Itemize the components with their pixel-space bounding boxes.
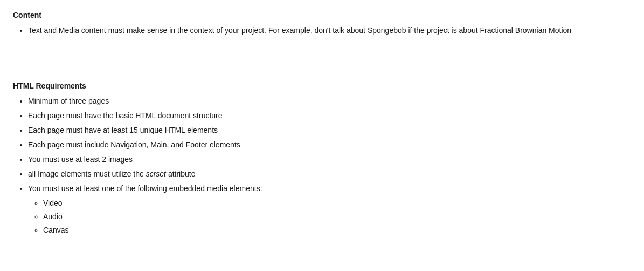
list-item: You must use at least 2 images — [28, 154, 631, 165]
req-item-0: Minimum of three pages — [28, 97, 109, 105]
sub-item-audio: Audio — [43, 212, 63, 221]
html-section-title: HTML Requirements — [13, 82, 631, 90]
req-item-5-pre: all Image elements must utilize the — [28, 170, 146, 178]
media-sub-list: Video Audio Canvas — [28, 198, 631, 236]
sub-item-canvas: Canvas — [43, 226, 68, 234]
content-item-text: Text and Media content must make sense i… — [28, 26, 571, 35]
list-item: You must use at least one of the followi… — [28, 183, 631, 236]
req-item-5-post: attribute — [166, 170, 195, 178]
spacer — [13, 49, 631, 82]
html-requirements-section: HTML Requirements Minimum of three pages… — [13, 82, 631, 236]
list-item: Text and Media content must make sense i… — [28, 25, 631, 36]
sub-list-item: Audio — [43, 211, 631, 222]
html-requirements-list: Minimum of three pages Each page must ha… — [13, 96, 631, 236]
req-item-6: You must use at least one of the followi… — [28, 184, 262, 193]
content-section: Content Text and Media content must make… — [13, 11, 631, 36]
req-item-2: Each page must have at least 15 unique H… — [28, 126, 218, 134]
list-item: Each page must have the basic HTML docum… — [28, 110, 631, 121]
req-item-4: You must use at least 2 images — [28, 155, 133, 164]
content-section-title: Content — [13, 11, 631, 19]
list-item: Each page must have at least 15 unique H… — [28, 125, 631, 136]
list-item: all Image elements must utilize the scrs… — [28, 168, 631, 180]
req-item-1: Each page must have the basic HTML docum… — [28, 111, 223, 120]
content-list: Text and Media content must make sense i… — [13, 25, 631, 36]
req-item-3: Each page must include Navigation, Main,… — [28, 140, 240, 149]
sub-list-item: Canvas — [43, 225, 631, 236]
req-item-5-italic: scrset — [146, 170, 166, 178]
list-item: Each page must include Navigation, Main,… — [28, 139, 631, 151]
sub-list-item: Video — [43, 198, 631, 209]
list-item: Minimum of three pages — [28, 96, 631, 107]
sub-item-video: Video — [43, 199, 63, 207]
